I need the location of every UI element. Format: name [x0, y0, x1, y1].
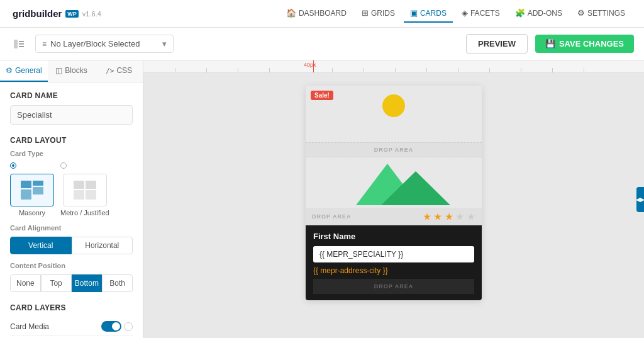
- chevron-down-icon: ▾: [162, 39, 167, 48]
- yellow-circle: [382, 94, 405, 117]
- card-alignment-label: Card Alignment: [10, 224, 133, 232]
- sidebar-toggle-button[interactable]: [10, 35, 28, 53]
- addons-icon: 🧩: [515, 8, 525, 18]
- pos-both-button[interactable]: Both: [102, 274, 133, 292]
- drop-area-top-label: DROP AREA: [374, 147, 414, 153]
- card-name-title: Card Name: [10, 91, 133, 100]
- drop-area-bottom-label: DROP AREA: [374, 283, 414, 290]
- preview-button[interactable]: PREVIEW: [466, 34, 528, 54]
- layer-block-selector[interactable]: ≡ No Layer/Block Selected ▾: [35, 35, 174, 53]
- tab-css[interactable]: /> CSS: [95, 60, 143, 82]
- card-type-options: Masonry: [10, 162, 133, 217]
- card-preview: Sale! DROP AREA: [306, 86, 482, 300]
- logo-wp-badge: WP: [65, 10, 79, 18]
- drop-area-mid[interactable]: DROP AREA ★ ★ ★ ★ ★: [306, 208, 482, 225]
- nav-link-cards[interactable]: ▣ CARDS: [404, 4, 453, 23]
- tab-general[interactable]: ⚙ General: [0, 60, 48, 82]
- nav-label-dashboard: DASHBOARD: [299, 9, 347, 18]
- card-layers-section: Card Layers Card Media Flexible Media: [10, 303, 133, 338]
- pos-bottom-button[interactable]: Bottom: [72, 274, 103, 292]
- sidebar-tabs: ⚙ General ◫ Blocks /> CSS: [0, 60, 143, 82]
- svg-rect-5: [33, 181, 43, 186]
- card-type-label: Card Type: [10, 150, 133, 157]
- masonry-box: [10, 174, 54, 206]
- card-city-field: {{ mepr-address-city }}: [313, 266, 474, 275]
- top-navigation: gridbuilder WP v1.6.4 🏠 DASHBOARD ⊞ GRID…: [0, 0, 644, 28]
- star-4: ★: [456, 212, 464, 222]
- svg-rect-3: [19, 46, 24, 47]
- nav-link-dashboard[interactable]: 🏠 DASHBOARD: [280, 4, 353, 23]
- svg-rect-10: [74, 190, 84, 200]
- alignment-buttons: Vertical Horizontal: [10, 237, 133, 254]
- card-name-input[interactable]: [10, 105, 133, 125]
- layer-card-media-toggle[interactable]: [101, 321, 121, 332]
- right-edge-handle[interactable]: ◀▶: [636, 187, 644, 212]
- card-bottom: First Name {{ MEPR_SPECIALITY }} {{ mepr…: [306, 225, 482, 300]
- layer-selector-label: No Layer/Block Selected: [50, 39, 140, 48]
- save-changes-button[interactable]: 💾 SAVE CHANGES: [535, 35, 634, 53]
- settings-icon: ⚙: [577, 8, 585, 18]
- nav-label-settings: SETTINGS: [587, 9, 625, 18]
- card-layout-title: Card Layout: [10, 136, 133, 145]
- sidebar: ⚙ General ◫ Blocks /> CSS Card Name Card…: [0, 60, 143, 338]
- toolbar: ≡ No Layer/Block Selected ▾ PREVIEW 💾 SA…: [0, 28, 644, 60]
- drop-area-bottom[interactable]: DROP AREA: [313, 279, 474, 294]
- radio-masonry: [10, 162, 16, 169]
- nav-link-grids[interactable]: ⊞ GRIDS: [355, 4, 401, 23]
- metro-box: [63, 174, 107, 206]
- card-speciality-field: {{ MEPR_SPECIALITY }}: [313, 246, 474, 262]
- star-rating: ★ ★ ★ ★ ★: [423, 212, 476, 222]
- drop-area-top[interactable]: DROP AREA: [306, 142, 482, 157]
- nav-label-addons: ADD-ONS: [528, 9, 562, 18]
- radio-metro: [60, 162, 67, 169]
- main-container: ⚙ General ◫ Blocks /> CSS Card Name Card…: [0, 60, 644, 338]
- logo-text: gridbuilder: [13, 8, 62, 19]
- dashboard-icon: 🏠: [286, 8, 296, 18]
- nav-link-addons[interactable]: 🧩 ADD-ONS: [509, 4, 569, 23]
- svg-rect-2: [19, 43, 24, 45]
- ruler-40px-label: 40px: [304, 62, 316, 68]
- nav-link-facets[interactable]: ◈ FACETS: [455, 4, 506, 23]
- card-type-masonry[interactable]: Masonry: [10, 162, 54, 217]
- grids-icon: ⊞: [362, 8, 369, 18]
- svg-rect-4: [21, 181, 31, 188]
- svg-rect-1: [19, 41, 24, 42]
- css-tab-icon: />: [106, 67, 114, 75]
- svg-rect-6: [21, 189, 31, 200]
- logo-version: v1.6.4: [82, 10, 101, 18]
- canvas-content: Sale! DROP AREA: [143, 73, 644, 313]
- nav-label-facets: FACETS: [470, 9, 500, 18]
- align-horizontal-button[interactable]: Horizontal: [72, 237, 133, 254]
- layer-card-media-circle: [124, 322, 133, 331]
- star-2: ★: [434, 212, 442, 222]
- facets-icon: ◈: [462, 8, 468, 18]
- tab-general-label: General: [15, 66, 42, 75]
- drop-area-mid-label: DROP AREA: [312, 213, 352, 220]
- svg-rect-7: [33, 187, 43, 194]
- svg-rect-0: [14, 40, 18, 48]
- sale-badge: Sale!: [311, 91, 333, 100]
- masonry-label: Masonry: [19, 209, 45, 217]
- save-changes-label: SAVE CHANGES: [559, 39, 624, 48]
- align-vertical-button[interactable]: Vertical: [10, 237, 72, 254]
- save-icon: 💾: [545, 39, 555, 48]
- nav-label-cards: CARDS: [420, 9, 447, 18]
- blocks-tab-icon: ◫: [55, 66, 62, 75]
- card-type-metro[interactable]: Metro / Justified: [60, 162, 109, 217]
- tab-blocks[interactable]: ◫ Blocks: [48, 60, 96, 82]
- card-first-name-label: First Name: [313, 232, 474, 241]
- star-1: ★: [423, 212, 431, 222]
- mountains-area: [306, 157, 482, 208]
- sidebar-content: Card Name Card Layout Card Type: [0, 82, 143, 338]
- pos-none-button[interactable]: None: [10, 274, 41, 292]
- content-position-label: Content Position: [10, 262, 133, 269]
- card-name-section: Card Name: [10, 91, 133, 125]
- svg-rect-9: [86, 181, 96, 189]
- nav-links: 🏠 DASHBOARD ⊞ GRIDS ▣ CARDS ◈ FACETS 🧩 A…: [280, 4, 631, 23]
- canvas-area: 40px Sale!: [143, 60, 644, 338]
- card-layers-title: Card Layers: [10, 303, 133, 312]
- nav-link-settings[interactable]: ⚙ SETTINGS: [571, 4, 631, 23]
- tab-css-label: CSS: [116, 66, 132, 75]
- pos-top-button[interactable]: Top: [41, 274, 72, 292]
- svg-rect-8: [74, 181, 84, 189]
